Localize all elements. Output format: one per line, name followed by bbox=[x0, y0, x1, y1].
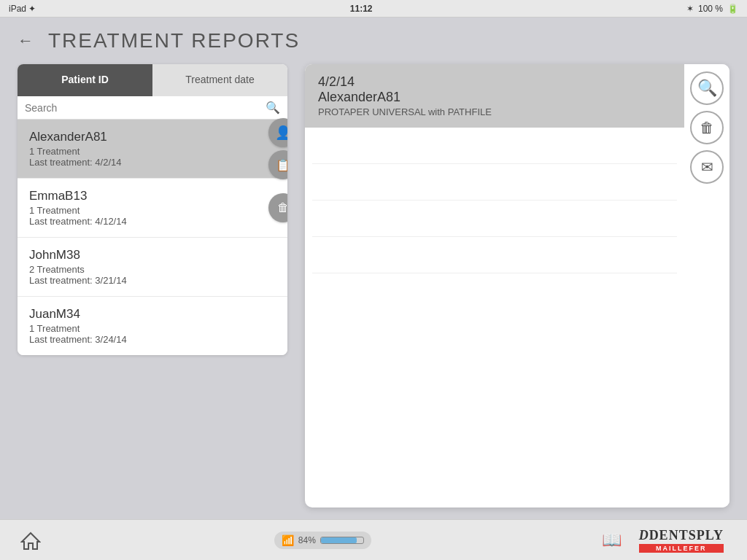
patient-info-john: JohnM38 2 Treatments Last treatment: 3/2… bbox=[29, 248, 252, 286]
tab-treatment-date[interactable]: Treatment date bbox=[152, 64, 287, 96]
patient-treatments-juan: 1 Treatment bbox=[29, 323, 252, 334]
treatment-detail-header: 4/2/14 AlexanderA81 PROTAPER UNIVERSAL w… bbox=[305, 64, 684, 128]
back-button[interactable]: ← bbox=[18, 31, 34, 50]
right-panel: 4/2/14 AlexanderA81 PROTAPER UNIVERSAL w… bbox=[305, 64, 729, 508]
patient-last-alexander: Last treatment: 4/2/14 bbox=[29, 157, 252, 168]
book-icon[interactable]: 📖 bbox=[602, 531, 622, 550]
patient-last-juan: Last treatment: 3/24/14 bbox=[29, 334, 252, 345]
patient-info-alexander: AlexanderA81 1 Treatment Last treatment:… bbox=[29, 130, 252, 168]
battery-percent: 84% bbox=[298, 535, 316, 545]
ipad-label: iPad ✦ bbox=[9, 4, 36, 14]
treatment-data-row-1 bbox=[312, 135, 677, 164]
battery-icon: 🔋 bbox=[727, 4, 738, 14]
patient-info-juan: JuanM34 1 Treatment Last treatment: 3/24… bbox=[29, 307, 252, 345]
page-title: TREATMENT REPORTS bbox=[48, 29, 300, 52]
treatment-card-content: 4/2/14 AlexanderA81 PROTAPER UNIVERSAL w… bbox=[305, 64, 684, 508]
status-bar: iPad ✦ 11:12 ✶ 100 % 🔋 bbox=[0, 0, 747, 18]
svg-marker-0 bbox=[22, 533, 39, 549]
patient-actions-emma: 🗑 bbox=[268, 193, 287, 222]
treatment-detail-patient: AlexanderA81 bbox=[318, 90, 671, 105]
patient-treatments-alexander: 1 Treatment bbox=[29, 146, 252, 157]
search-bar: 🔍 bbox=[18, 96, 287, 120]
status-left: iPad ✦ bbox=[9, 4, 36, 14]
patient-last-emma: Last treatment: 4/12/14 bbox=[29, 216, 252, 227]
two-column-layout: Patient ID Treatment date 🔍 bbox=[18, 64, 729, 508]
search-icon: 🔍 bbox=[266, 101, 280, 114]
treatment-data-row-4 bbox=[312, 244, 677, 273]
bottom-bar: 📶 84% 📖 DDentsply MAILLEFER bbox=[0, 519, 747, 560]
patient-name-juan: JuanM34 bbox=[29, 307, 252, 322]
patient-name-alexander: AlexanderA81 bbox=[29, 130, 252, 144]
header-row: ← TREATMENT REPORTS bbox=[18, 29, 729, 52]
trash-icon-btn-emma[interactable]: 🗑 bbox=[268, 193, 287, 222]
patient-item-emma[interactable]: EmmaB13 1 Treatment Last treatment: 4/12… bbox=[18, 179, 287, 238]
person-icon-btn[interactable]: 👤 bbox=[268, 118, 287, 147]
bottom-center-right: 📶 84% bbox=[274, 532, 371, 549]
patient-name-emma: EmmaB13 bbox=[29, 189, 252, 203]
email-treatment-btn[interactable]: ✉ bbox=[690, 150, 724, 184]
bottom-right: 📖 DDentsply MAILLEFER bbox=[602, 525, 729, 556]
bluetooth-icon: ✶ bbox=[686, 4, 694, 14]
treatment-detail-type: PROTAPER UNIVERSAL with PATHFILE bbox=[318, 106, 671, 117]
battery-bar-inner bbox=[321, 537, 357, 543]
status-time: 11:12 bbox=[350, 4, 373, 14]
brand-name: DDentsply bbox=[639, 528, 724, 543]
patient-name-john: JohnM38 bbox=[29, 248, 252, 262]
status-right: ✶ 100 % 🔋 bbox=[686, 4, 738, 14]
report-icon-btn[interactable]: 📋 bbox=[268, 150, 287, 179]
patient-treatments-john: 2 Treatments bbox=[29, 264, 252, 275]
tab-bar: Patient ID Treatment date bbox=[18, 64, 287, 96]
brand-sub: MAILLEFER bbox=[639, 544, 724, 553]
patient-item-juan[interactable]: JuanM34 1 Treatment Last treatment: 3/24… bbox=[18, 297, 287, 355]
treatment-data-row-3 bbox=[312, 208, 677, 237]
treatment-data-row-2 bbox=[312, 171, 677, 201]
patient-treatments-emma: 1 Treatment bbox=[29, 205, 252, 216]
home-icon bbox=[20, 530, 41, 551]
treatment-card: 4/2/14 AlexanderA81 PROTAPER UNIVERSAL w… bbox=[305, 64, 729, 508]
patient-last-john: Last treatment: 3/21/14 bbox=[29, 275, 252, 286]
patient-info-emma: EmmaB13 1 Treatment Last treatment: 4/12… bbox=[29, 189, 252, 227]
battery-widget: 📶 84% bbox=[274, 532, 371, 549]
treatment-side-actions: 🔍 🗑 ✉ bbox=[684, 64, 729, 508]
patient-list-card: Patient ID Treatment date 🔍 bbox=[18, 64, 287, 355]
home-button[interactable] bbox=[18, 527, 44, 553]
left-panel: Patient ID Treatment date 🔍 bbox=[18, 64, 287, 508]
patient-item-john[interactable]: JohnM38 2 Treatments Last treatment: 3/2… bbox=[18, 238, 287, 297]
treatment-detail-date: 4/2/14 bbox=[318, 74, 671, 90]
patient-actions-alexander: 👤 📋 bbox=[268, 118, 287, 179]
content-wrapper: ← TREATMENT REPORTS Patient ID Treatment… bbox=[0, 18, 747, 519]
wifi-icon: 📶 bbox=[282, 534, 294, 546]
search-detail-btn[interactable]: 🔍 bbox=[690, 71, 724, 105]
search-input[interactable] bbox=[25, 102, 261, 114]
battery-bar-outer bbox=[320, 537, 364, 544]
tab-patient-id[interactable]: Patient ID bbox=[18, 64, 152, 96]
treatment-body bbox=[305, 128, 684, 508]
patient-item-alexander[interactable]: AlexanderA81 1 Treatment Last treatment:… bbox=[18, 120, 287, 179]
delete-treatment-btn[interactable]: 🗑 bbox=[690, 111, 724, 144]
battery-status: 100 % bbox=[698, 4, 723, 14]
patient-list: AlexanderA81 1 Treatment Last treatment:… bbox=[18, 120, 287, 355]
brand-logo: DDentsply MAILLEFER bbox=[633, 525, 729, 556]
